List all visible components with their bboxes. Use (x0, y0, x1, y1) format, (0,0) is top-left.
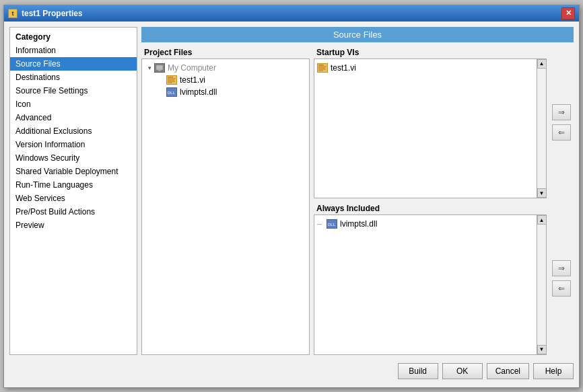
sidebar-item-icon[interactable]: Icon (10, 97, 137, 111)
window-title: test1 Properties (22, 9, 83, 18)
tree-item-my-computer[interactable]: ▾ My Computer (145, 62, 306, 74)
sidebar-category: Category (10, 30, 137, 44)
always-included-dll-text: lvimptsl.dll (340, 219, 377, 229)
main-window: t test1 Properties ✕ Category Informatio… (3, 5, 580, 388)
ok-button[interactable]: OK (442, 363, 483, 379)
svg-rect-16 (318, 70, 323, 71)
expand-icon[interactable]: ▾ (145, 65, 154, 71)
sidebar: Category Information Source Files Destin… (9, 27, 137, 355)
startup-vis-content: test1.vi ▲ ▼ (314, 58, 547, 199)
always-included-label: Always Included (314, 202, 547, 214)
project-files-panel: Project Files ▾ (141, 46, 310, 355)
scrollbar-up-icon[interactable]: ▲ (537, 59, 547, 69)
always-scrollbar-up-icon[interactable]: ▲ (537, 215, 547, 225)
window-content: Category Information Source Files Destin… (4, 22, 579, 387)
cancel-button[interactable]: Cancel (487, 363, 529, 379)
always-included-scrollbar[interactable]: ▲ ▼ (537, 215, 546, 354)
startup-vi-text: test1.vi (331, 63, 356, 73)
content-header: Source Files (141, 27, 574, 42)
remove-from-always-included-button[interactable]: ⇐ (552, 280, 571, 297)
always-included-content: ─ DLL lvimptsl.dll (314, 214, 547, 355)
scrollbar-down-icon[interactable]: ▼ (537, 188, 547, 198)
help-button[interactable]: Help (533, 363, 574, 379)
tree-item-test1-vi[interactable]: test1.vi (145, 74, 306, 86)
svg-rect-0 (156, 65, 163, 70)
test1-vi-text: test1.vi (180, 75, 205, 85)
right-panels: Startup VIs (314, 46, 574, 355)
sidebar-item-pre-post-build-actions[interactable]: Pre/Post Build Actions (10, 205, 137, 219)
arrow-buttons-2: ⇒ ⇐ (549, 202, 574, 355)
arrow-buttons-1: ⇒ ⇐ (549, 46, 574, 199)
always-included-dll-icon: DLL (327, 219, 337, 229)
startup-vis-label: Startup VIs (314, 46, 547, 58)
startup-vi-icon (317, 63, 328, 73)
file-tree: ▾ My Computer (141, 58, 310, 355)
footer-buttons: Build OK Cancel Help (9, 360, 574, 382)
svg-rect-12 (318, 65, 324, 66)
sidebar-item-run-time-languages[interactable]: Run-Time Languages (10, 178, 137, 192)
sidebar-item-destinations[interactable]: Destinations (10, 71, 137, 84)
build-button[interactable]: Build (398, 363, 438, 379)
tree-item-lvimptsl-dll[interactable]: DLL lvimptsl.dll (145, 86, 306, 98)
add-to-always-included-button[interactable]: ⇒ (552, 260, 571, 276)
computer-icon (154, 63, 165, 73)
dll-icon: DLL (166, 87, 177, 97)
remove-from-startup-button[interactable]: ⇐ (552, 124, 571, 141)
svg-rect-2 (158, 71, 162, 71)
svg-rect-5 (168, 78, 176, 79)
svg-text:DLL: DLL (328, 223, 336, 227)
my-computer-text: My Computer (168, 63, 216, 73)
svg-rect-1 (158, 70, 161, 71)
startup-vis-panel: Startup VIs (314, 46, 547, 199)
close-button[interactable]: ✕ (561, 7, 575, 19)
startup-vis-scrollbar[interactable]: ▲ ▼ (537, 59, 546, 198)
svg-rect-14 (318, 67, 325, 68)
sidebar-item-version-information[interactable]: Version Information (10, 138, 137, 151)
sidebar-item-information[interactable]: Information (10, 44, 137, 57)
svg-rect-15 (318, 69, 326, 69)
title-bar: t test1 Properties ✕ (4, 5, 579, 22)
add-to-startup-button[interactable]: ⇒ (552, 104, 571, 120)
sidebar-item-web-services[interactable]: Web Services (10, 192, 137, 205)
svg-text:DLL: DLL (168, 91, 176, 95)
svg-rect-13 (318, 66, 327, 67)
sidebar-item-shared-variable-deployment[interactable]: Shared Variable Deployment (10, 165, 137, 178)
always-included-item[interactable]: ─ DLL lvimptsl.dll (317, 218, 535, 230)
main-area: Category Information Source Files Destin… (9, 27, 574, 355)
content-area: Source Files Project Files ▾ (141, 27, 574, 355)
sidebar-item-windows-security[interactable]: Windows Security (10, 151, 137, 165)
tree-dash: ─ (317, 221, 327, 228)
sidebar-item-source-files[interactable]: Source Files (10, 57, 137, 71)
project-files-label: Project Files (141, 46, 310, 58)
window-icon: t (8, 9, 18, 18)
lvimptsl-dll-text: lvimptsl.dll (180, 87, 217, 97)
sidebar-item-advanced[interactable]: Advanced (10, 111, 137, 124)
panels-row: Project Files ▾ (141, 46, 574, 355)
svg-rect-6 (168, 79, 174, 80)
sidebar-item-additional-exclusions[interactable]: Additional Exclusions (10, 124, 137, 138)
vi-icon (166, 75, 177, 85)
always-scrollbar-down-icon[interactable]: ▼ (537, 345, 547, 354)
svg-rect-4 (168, 77, 173, 78)
sidebar-item-preview[interactable]: Preview (10, 219, 137, 232)
svg-rect-7 (168, 81, 175, 81)
startup-vi-item[interactable]: test1.vi (317, 62, 535, 74)
svg-rect-8 (168, 82, 172, 83)
always-included-panel: Always Included ─ DLL (314, 202, 547, 355)
sidebar-item-source-file-settings[interactable]: Source File Settings (10, 84, 137, 97)
